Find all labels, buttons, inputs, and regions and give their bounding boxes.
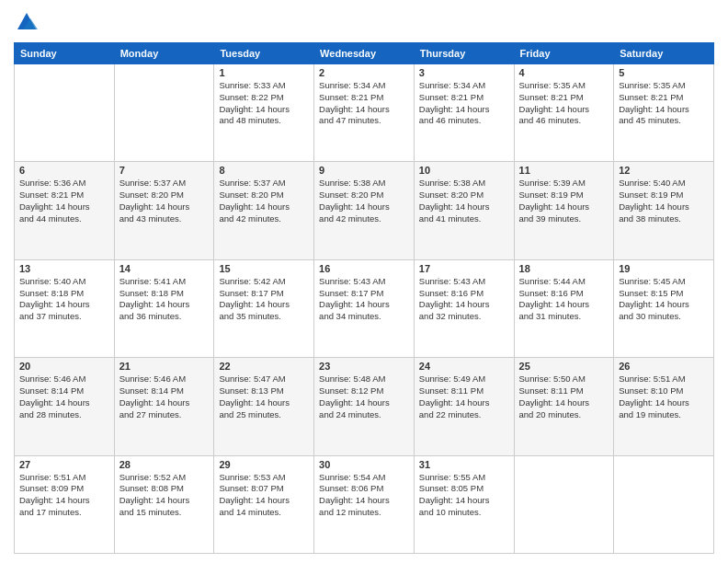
day-info: Sunrise: 5:46 AMSunset: 8:14 PMDaylight:…: [119, 373, 210, 420]
day-cell: 26Sunrise: 5:51 AMSunset: 8:10 PMDayligh…: [614, 358, 714, 455]
day-cell: 13Sunrise: 5:40 AMSunset: 8:18 PMDayligh…: [15, 259, 115, 357]
day-number: 4: [519, 67, 609, 78]
day-number: 28: [119, 459, 210, 470]
day-info: Sunrise: 5:37 AMSunset: 8:20 PMDaylight:…: [119, 178, 210, 224]
day-cell: 12Sunrise: 5:40 AMSunset: 8:19 PMDayligh…: [614, 162, 714, 259]
day-cell: 16Sunrise: 5:43 AMSunset: 8:17 PMDayligh…: [314, 259, 415, 357]
day-info: Sunrise: 5:33 AMSunset: 8:22 PMDaylight:…: [219, 80, 309, 127]
day-cell: 27Sunrise: 5:51 AMSunset: 8:09 PMDayligh…: [15, 455, 115, 553]
day-cell: 22Sunrise: 5:47 AMSunset: 8:13 PMDayligh…: [214, 358, 314, 455]
day-cell: 20Sunrise: 5:46 AMSunset: 8:14 PMDayligh…: [15, 358, 115, 455]
day-info: Sunrise: 5:40 AMSunset: 8:18 PMDaylight:…: [19, 276, 109, 323]
week-row-2: 6Sunrise: 5:36 AMSunset: 8:21 PMDaylight…: [15, 162, 714, 259]
day-info: Sunrise: 5:40 AMSunset: 8:19 PMDaylight:…: [619, 178, 709, 224]
day-info: Sunrise: 5:41 AMSunset: 8:18 PMDaylight:…: [119, 276, 210, 323]
day-info: Sunrise: 5:42 AMSunset: 8:17 PMDaylight:…: [219, 276, 309, 323]
day-cell: 4Sunrise: 5:35 AMSunset: 8:21 PMDaylight…: [514, 64, 614, 162]
day-number: 10: [419, 165, 509, 176]
day-number: 24: [419, 361, 509, 372]
day-info: Sunrise: 5:52 AMSunset: 8:08 PMDaylight:…: [119, 472, 210, 519]
day-number: 2: [319, 67, 409, 78]
day-info: Sunrise: 5:45 AMSunset: 8:15 PMDaylight:…: [619, 276, 709, 323]
day-number: 6: [19, 165, 109, 176]
day-info: Sunrise: 5:54 AMSunset: 8:06 PMDaylight:…: [319, 472, 409, 519]
day-info: Sunrise: 5:53 AMSunset: 8:07 PMDaylight:…: [219, 472, 309, 519]
day-cell: 3Sunrise: 5:34 AMSunset: 8:21 PMDaylight…: [414, 64, 514, 162]
day-info: Sunrise: 5:36 AMSunset: 8:21 PMDaylight:…: [19, 178, 109, 224]
day-number: 12: [619, 165, 709, 176]
weekday-header-sunday: Sunday: [15, 43, 115, 64]
weekday-header-thursday: Thursday: [414, 43, 514, 64]
week-row-5: 27Sunrise: 5:51 AMSunset: 8:09 PMDayligh…: [15, 455, 714, 553]
day-number: 21: [119, 361, 210, 372]
day-number: 11: [519, 165, 609, 176]
day-info: Sunrise: 5:38 AMSunset: 8:20 PMDaylight:…: [419, 178, 509, 224]
day-cell: 21Sunrise: 5:46 AMSunset: 8:14 PMDayligh…: [114, 358, 214, 455]
logo: [14, 9, 43, 35]
week-row-1: 1Sunrise: 5:33 AMSunset: 8:22 PMDaylight…: [15, 64, 714, 162]
day-cell: 31Sunrise: 5:55 AMSunset: 8:05 PMDayligh…: [414, 455, 514, 553]
day-cell: 14Sunrise: 5:41 AMSunset: 8:18 PMDayligh…: [114, 259, 214, 357]
day-info: Sunrise: 5:49 AMSunset: 8:11 PMDaylight:…: [419, 373, 509, 420]
day-number: 20: [19, 361, 109, 372]
day-info: Sunrise: 5:50 AMSunset: 8:11 PMDaylight:…: [519, 373, 609, 420]
day-cell: [514, 455, 614, 553]
day-cell: 8Sunrise: 5:37 AMSunset: 8:20 PMDaylight…: [214, 162, 314, 259]
day-number: 30: [319, 459, 409, 470]
day-number: 19: [619, 263, 709, 274]
day-cell: 29Sunrise: 5:53 AMSunset: 8:07 PMDayligh…: [214, 455, 314, 553]
day-cell: 18Sunrise: 5:44 AMSunset: 8:16 PMDayligh…: [514, 259, 614, 357]
day-cell: 11Sunrise: 5:39 AMSunset: 8:19 PMDayligh…: [514, 162, 614, 259]
day-number: 14: [119, 263, 210, 274]
week-row-3: 13Sunrise: 5:40 AMSunset: 8:18 PMDayligh…: [15, 259, 714, 357]
day-cell: [114, 64, 214, 162]
day-number: 16: [319, 263, 409, 274]
weekday-header-monday: Monday: [114, 43, 214, 64]
day-cell: [614, 455, 714, 553]
day-number: 25: [519, 361, 609, 372]
day-cell: 25Sunrise: 5:50 AMSunset: 8:11 PMDayligh…: [514, 358, 614, 455]
day-info: Sunrise: 5:37 AMSunset: 8:20 PMDaylight:…: [219, 178, 309, 224]
day-cell: 30Sunrise: 5:54 AMSunset: 8:06 PMDayligh…: [314, 455, 415, 553]
day-info: Sunrise: 5:44 AMSunset: 8:16 PMDaylight:…: [519, 276, 609, 323]
day-info: Sunrise: 5:51 AMSunset: 8:09 PMDaylight:…: [19, 472, 109, 519]
day-info: Sunrise: 5:34 AMSunset: 8:21 PMDaylight:…: [419, 80, 509, 127]
day-info: Sunrise: 5:51 AMSunset: 8:10 PMDaylight:…: [619, 373, 709, 420]
day-info: Sunrise: 5:35 AMSunset: 8:21 PMDaylight:…: [519, 80, 609, 127]
day-info: Sunrise: 5:43 AMSunset: 8:16 PMDaylight:…: [419, 276, 509, 323]
day-cell: 15Sunrise: 5:42 AMSunset: 8:17 PMDayligh…: [214, 259, 314, 357]
day-cell: 7Sunrise: 5:37 AMSunset: 8:20 PMDaylight…: [114, 162, 214, 259]
weekday-header-wednesday: Wednesday: [314, 43, 415, 64]
day-cell: 24Sunrise: 5:49 AMSunset: 8:11 PMDayligh…: [414, 358, 514, 455]
day-cell: [15, 64, 115, 162]
day-number: 3: [419, 67, 509, 78]
day-info: Sunrise: 5:35 AMSunset: 8:21 PMDaylight:…: [619, 80, 709, 127]
calendar: SundayMondayTuesdayWednesdayThursdayFrid…: [14, 42, 714, 554]
day-number: 7: [119, 165, 210, 176]
day-number: 9: [319, 165, 409, 176]
day-number: 23: [319, 361, 409, 372]
day-number: 8: [219, 165, 309, 176]
day-info: Sunrise: 5:48 AMSunset: 8:12 PMDaylight:…: [319, 373, 409, 420]
day-cell: 6Sunrise: 5:36 AMSunset: 8:21 PMDaylight…: [15, 162, 115, 259]
day-info: Sunrise: 5:43 AMSunset: 8:17 PMDaylight:…: [319, 276, 409, 323]
day-cell: 10Sunrise: 5:38 AMSunset: 8:20 PMDayligh…: [414, 162, 514, 259]
day-info: Sunrise: 5:47 AMSunset: 8:13 PMDaylight:…: [219, 373, 309, 420]
day-cell: 19Sunrise: 5:45 AMSunset: 8:15 PMDayligh…: [614, 259, 714, 357]
day-cell: 2Sunrise: 5:34 AMSunset: 8:21 PMDaylight…: [314, 64, 415, 162]
day-info: Sunrise: 5:38 AMSunset: 8:20 PMDaylight:…: [319, 178, 409, 224]
page: SundayMondayTuesdayWednesdayThursdayFrid…: [0, 0, 728, 563]
weekday-header-friday: Friday: [514, 43, 614, 64]
day-number: 31: [419, 459, 509, 470]
day-number: 29: [219, 459, 309, 470]
weekday-header-saturday: Saturday: [614, 43, 714, 64]
day-number: 17: [419, 263, 509, 274]
day-cell: 1Sunrise: 5:33 AMSunset: 8:22 PMDaylight…: [214, 64, 314, 162]
day-cell: 17Sunrise: 5:43 AMSunset: 8:16 PMDayligh…: [414, 259, 514, 357]
header: [14, 9, 714, 35]
logo-icon: [14, 9, 40, 35]
day-info: Sunrise: 5:39 AMSunset: 8:19 PMDaylight:…: [519, 178, 609, 224]
day-cell: 9Sunrise: 5:38 AMSunset: 8:20 PMDaylight…: [314, 162, 415, 259]
day-number: 27: [19, 459, 109, 470]
day-number: 5: [619, 67, 709, 78]
